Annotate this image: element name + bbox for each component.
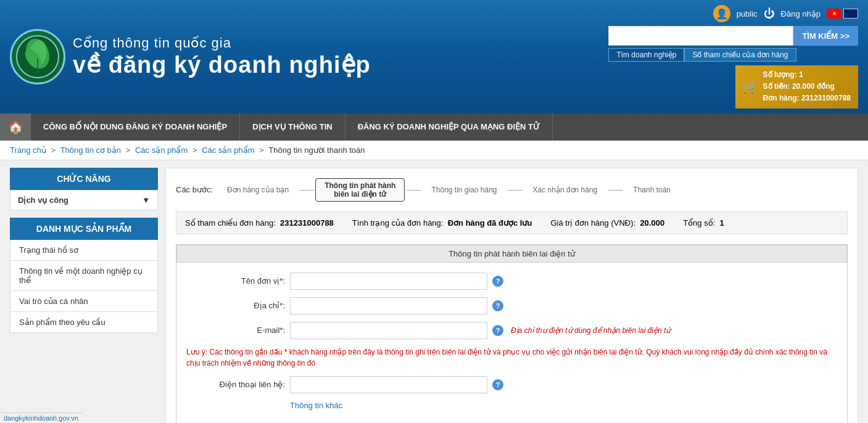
user-icon: 👤: [713, 5, 730, 22]
search-tab-order[interactable]: Số tham chiếu của đơn hàng: [684, 48, 796, 62]
nav-item-dich-vu[interactable]: DỊCH VỤ THÔNG TIN: [240, 113, 345, 141]
email-input[interactable]: [290, 322, 487, 339]
flag-vn[interactable]: [827, 9, 841, 18]
form-row-extra: Thông tin khác: [186, 401, 837, 410]
step-3: Thông tin giao hàng: [422, 183, 506, 197]
cart-widget[interactable]: 🛒 Số lượng: 1 Số tiền: 20.000 đồng Đơn h…: [735, 65, 858, 109]
cart-info: Số lượng: 1 Số tiền: 20.000 đồng Đơn hàn…: [763, 69, 851, 105]
header-right: 👤 public ⏻ Đăng nhập TÌM KIẾM >> Tìm doa…: [608, 5, 858, 109]
email-help-icon[interactable]: ?: [492, 325, 503, 336]
header-text: Cổng thông tin quốc gia về đăng ký doanh…: [73, 35, 371, 78]
sidebar-item-thong-tin[interactable]: Thông tin về một doanh nghiệp cụ thể: [10, 261, 158, 291]
cart-quantity: Số lượng: 1: [763, 69, 851, 81]
order-ref-label: Số tham chiếu đơn hàng: 231231000788: [185, 218, 334, 228]
breadcrumb-item-home[interactable]: Trang chủ: [10, 146, 46, 155]
order-total-prefix: Tổng số:: [683, 218, 715, 228]
order-value-value: 20.000: [640, 218, 664, 228]
dia-chi-input[interactable]: [290, 297, 487, 314]
header: Cổng thông tin quốc gia về đăng ký doanh…: [0, 0, 868, 113]
email-label: E-mail*:: [186, 326, 285, 335]
sidebar-dich-vu-dropdown[interactable]: Dịch vụ công ▼: [10, 190, 158, 210]
flag-uk[interactable]: [843, 9, 858, 18]
dia-chi-help-icon[interactable]: ?: [492, 300, 503, 311]
sidebar-item-vai-tro[interactable]: Vai trò của cá nhân: [10, 291, 158, 312]
cart-icon: 🛒: [743, 77, 758, 97]
phone-input[interactable]: [290, 376, 487, 393]
breadcrumb: Trang chủ > Thông tin cơ bản > Các sản p…: [0, 141, 868, 160]
step-4: Xác nhận đơn hàng: [524, 183, 607, 197]
nav-bar: 🏠 CÔNG BỐ NỘI DUNG ĐĂNG KÝ DOANH NGHIỆP …: [0, 113, 868, 141]
breadcrumb-sep-2: >: [126, 146, 133, 155]
step-sep-4: ——: [608, 186, 622, 194]
sidebar-dich-vu-label: Dịch vụ công: [18, 195, 68, 205]
sidebar-chuc-nang-title: CHỨC NĂNG: [10, 168, 158, 190]
dia-chi-label: Địa chỉ*:: [186, 301, 285, 310]
sidebar: CHỨC NĂNG Dịch vụ công ▼ DANH MỤC SẢN PH…: [10, 168, 158, 423]
step-sep-1: ——: [299, 186, 314, 194]
order-value-label: Giá trị đơn hàng (VNĐ): 20.000: [550, 218, 664, 228]
cart-order: Đơn hàng: 231231000788: [763, 92, 851, 104]
step-5: Thanh toán: [624, 183, 680, 197]
breadcrumb-item-thong-tin[interactable]: Thông tin cơ bản: [60, 146, 121, 155]
step-2: Thông tin phát hànhbiên lai điện tử: [315, 178, 405, 202]
extra-link[interactable]: Thông tin khác: [290, 401, 342, 410]
breadcrumb-sep-4: >: [259, 146, 266, 155]
content-area: Các bước: Đơn hàng của bạn —— Thông tin …: [165, 168, 858, 423]
form-row-email: E-mail*: ? Địa chỉ thư điện tử dùng để n…: [186, 322, 837, 339]
breadcrumb-item-san-pham-1[interactable]: Các sản phẩm: [135, 146, 188, 155]
order-status-value: Đơn hàng đã được lưu: [448, 218, 532, 228]
form-row-dia-chi: Địa chỉ*: ?: [186, 297, 837, 314]
search-tab-company[interactable]: Tìm doanh nghiệp: [608, 48, 684, 62]
form-row-ten-don-vi: Tên đơn vị*: ?: [186, 273, 837, 290]
breadcrumb-sep-1: >: [51, 146, 57, 155]
form-section: Thông tin phát hành biên lai điện tử Tên…: [176, 244, 848, 423]
top-bar-right: 👤 public ⏻ Đăng nhập: [713, 5, 858, 22]
search-tabs: Tìm doanh nghiệp Số tham chiếu của đơn h…: [608, 48, 858, 62]
step-sep-2: ——: [406, 186, 421, 194]
phone-label: Điện thoại liên hệ:: [186, 380, 285, 389]
sidebar-danh-muc-title: DANH MỤC SẢN PHẨM: [10, 218, 158, 240]
steps-label: Các bước:: [176, 185, 213, 194]
phone-help-icon[interactable]: ?: [492, 379, 503, 390]
login-link[interactable]: Đăng nhập: [781, 9, 820, 18]
search-input[interactable]: [608, 26, 793, 46]
sidebar-item-san-pham[interactable]: Sản phẩm theo yêu cầu: [10, 312, 158, 333]
search-area: TÌM KIẾM >> Tìm doanh nghiệp Số tham chi…: [608, 26, 858, 62]
power-icon: ⏻: [764, 7, 775, 20]
ten-don-vi-help-icon[interactable]: ?: [492, 276, 503, 287]
form-row-phone: Điện thoại liên hệ: ?: [186, 376, 837, 393]
ten-don-vi-label: Tên đơn vị*:: [186, 276, 285, 285]
order-ref-value: 231231000788: [280, 218, 334, 228]
nav-item-dang-ky[interactable]: ĐĂNG KÝ DOANH NGHIỆP QUA MẠNG ĐIỆN TỬ: [345, 113, 553, 141]
breadcrumb-item-san-pham-2[interactable]: Các sản phẩm: [202, 146, 254, 155]
header-logo: Cổng thông tin quốc gia về đăng ký doanh…: [10, 29, 371, 84]
header-bottom-line: về đăng ký doanh nghiệp: [73, 51, 371, 78]
form-note: Lưu ý: Các thông tin gắn dấu * khách hàn…: [186, 347, 837, 369]
nav-home-button[interactable]: 🏠: [0, 113, 31, 141]
order-status-prefix: Tình trạng của đơn hàng:: [352, 218, 444, 228]
footer-url: dangkykinhdoanh.gov.vn: [0, 413, 82, 423]
order-ref-prefix: Số tham chiếu đơn hàng:: [185, 218, 276, 228]
header-top-line: Cổng thông tin quốc gia: [73, 35, 371, 51]
breadcrumb-current: Thông tin người thanh toán: [268, 146, 365, 155]
step-sep-3: ——: [508, 186, 523, 194]
steps-bar: Các bước: Đơn hàng của bạn —— Thông tin …: [176, 178, 848, 202]
ten-don-vi-input[interactable]: [290, 273, 487, 290]
search-button[interactable]: TÌM KIẾM >>: [793, 26, 858, 46]
order-total-value: 1: [720, 218, 724, 228]
lang-flags: [827, 9, 858, 18]
logo-circle: [10, 29, 65, 84]
order-total-label: Tổng số: 1: [683, 218, 724, 228]
nav-item-cong-bo[interactable]: CÔNG BỐ NỘI DUNG ĐĂNG KÝ DOANH NGHIỆP: [31, 113, 240, 141]
order-value-prefix: Giá trị đơn hàng (VNĐ):: [550, 218, 635, 228]
user-label: public: [737, 9, 758, 18]
chevron-down-icon: ▼: [142, 195, 150, 205]
step-1: Đơn hàng của bạn: [218, 183, 298, 197]
form-section-title: Thông tin phát hành biên lai điện tử: [176, 245, 847, 263]
breadcrumb-sep-3: >: [192, 146, 199, 155]
email-hint: Địa chỉ thư điện tử dùng để nhận biên la…: [511, 326, 671, 335]
sidebar-item-trang-thai[interactable]: Trạng thái hồ sơ: [10, 240, 158, 261]
order-info-bar: Số tham chiếu đơn hàng: 231231000788 Tìn…: [176, 212, 848, 234]
order-status-label: Tình trạng của đơn hàng: Đơn hàng đã đượ…: [352, 218, 532, 228]
main-content: CHỨC NĂNG Dịch vụ công ▼ DANH MỤC SẢN PH…: [0, 160, 868, 423]
